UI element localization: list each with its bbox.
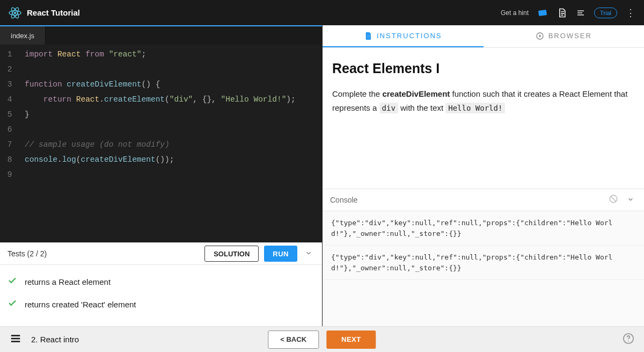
file-tab[interactable]: index.js (0, 26, 46, 45)
left-column: index.js 123456789 import React from "re… (0, 25, 322, 326)
card-icon[interactable] (537, 8, 548, 18)
console-output: {"type":"div","key":null,"ref":null,"pro… (323, 211, 644, 326)
footer-nav: < BACK NEXT (268, 331, 376, 349)
test-label: returns created 'React' element (25, 300, 136, 309)
header-left: React Tutorial (9, 6, 80, 19)
svg-point-11 (628, 340, 629, 341)
solution-button[interactable]: SOLUTION (204, 246, 259, 262)
tests-list: returns a React elementreturns created '… (0, 265, 322, 326)
instructions-title: React Elements I (332, 61, 634, 76)
console-title: Console (330, 196, 357, 204)
check-icon (8, 298, 17, 310)
svg-rect-4 (538, 10, 547, 16)
header-right: Get a hint Trial ⋮ (501, 8, 635, 18)
instructions-panel: React Elements I Complete the createDivE… (323, 48, 644, 189)
svg-rect-5 (367, 35, 370, 35)
line-gutter: 123456789 (0, 45, 19, 242)
check-icon (8, 276, 17, 288)
code-editor: index.js 123456789 import React from "re… (0, 25, 322, 242)
help-icon[interactable] (623, 333, 634, 347)
back-button[interactable]: < BACK (268, 331, 319, 349)
tab-instructions-label: INSTRUCTIONS (377, 32, 442, 40)
right-panel-tabs: INSTRUCTIONS BROWSER (323, 25, 644, 48)
code-area[interactable]: 123456789 import React from "react";func… (0, 45, 322, 242)
tab-browser[interactable]: BROWSER (484, 25, 645, 47)
svg-rect-7 (367, 38, 369, 38)
next-button[interactable]: NEXT (326, 331, 376, 349)
tests-header: Tests (2 / 2) SOLUTION RUN (0, 242, 322, 265)
app-title: React Tutorial (27, 8, 80, 17)
get-hint-link[interactable]: Get a hint (501, 9, 529, 17)
menu-icon[interactable] (10, 333, 21, 347)
document-icon[interactable] (557, 8, 567, 18)
console-collapse-icon[interactable] (625, 196, 636, 205)
right-column: INSTRUCTIONS BROWSER React Elements I Co… (322, 25, 644, 326)
svg-point-3 (14, 12, 16, 14)
tab-instructions[interactable]: INSTRUCTIONS (323, 25, 484, 47)
lines-icon[interactable] (576, 8, 586, 18)
run-button[interactable]: RUN (264, 246, 297, 262)
test-item: returns a React element (8, 270, 314, 293)
console-entry: {"type":"div","key":null,"ref":null,"pro… (323, 211, 644, 246)
tests-collapse-icon[interactable] (303, 249, 314, 258)
editor-tabbar: index.js (0, 26, 322, 45)
app-header: React Tutorial Get a hint Trial ⋮ (0, 0, 644, 25)
react-logo-icon (9, 6, 21, 19)
more-menu-icon[interactable]: ⋮ (626, 8, 635, 18)
test-label: returns a React element (25, 277, 111, 286)
trial-badge[interactable]: Trial (594, 8, 617, 18)
console-header: Console (323, 189, 644, 211)
clear-console-icon[interactable] (609, 194, 618, 206)
test-item: returns created 'React' element (8, 293, 314, 315)
lesson-footer: 2. React intro < BACK NEXT (0, 326, 644, 352)
console-entry: {"type":"div","key":null,"ref":null,"pro… (323, 246, 644, 280)
lesson-label: 2. React intro (31, 335, 79, 344)
tab-browser-label: BROWSER (548, 32, 592, 40)
svg-rect-6 (367, 36, 370, 37)
code-content[interactable]: import React from "react";function creat… (19, 45, 322, 242)
main-area: index.js 123456789 import React from "re… (0, 25, 644, 326)
console-actions (609, 194, 636, 206)
tests-title: Tests (2 / 2) (8, 249, 47, 258)
instructions-body: Complete the createDivElement function s… (332, 87, 634, 116)
